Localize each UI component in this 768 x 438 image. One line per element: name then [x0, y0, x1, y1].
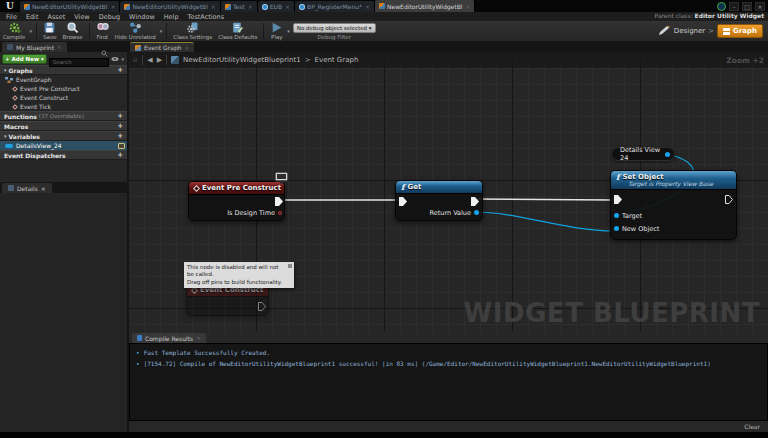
- exec-output-pin[interactable]: [471, 197, 479, 206]
- close-icon[interactable]: ×: [285, 3, 290, 10]
- section-functions[interactable]: Functions (37 Overridable) +: [0, 111, 127, 121]
- section-macros[interactable]: Macros +: [0, 121, 127, 131]
- exec-output-pin[interactable]: [258, 302, 266, 311]
- tree-item-eventgraph[interactable]: EventGraph: [0, 75, 127, 84]
- menu-edit[interactable]: Edit: [26, 13, 39, 21]
- chevron-down-icon[interactable]: ▾: [287, 28, 290, 34]
- expander-icon[interactable]: ▾: [4, 67, 7, 73]
- favorite-star-icon[interactable]: ☆: [132, 56, 138, 64]
- tree-item-event-tick[interactable]: Event Tick: [0, 102, 127, 111]
- instance-editable-eye-icon[interactable]: [118, 143, 125, 149]
- tab-details[interactable]: Details ×: [2, 183, 52, 193]
- designer-button[interactable]: Designer: [674, 27, 705, 35]
- breadcrumb-current[interactable]: Event Graph: [315, 56, 359, 64]
- asset-tab-5[interactable]: BP_RegisterMenu* ×: [295, 1, 375, 12]
- section-variables[interactable]: ▾ Variables +: [0, 131, 127, 141]
- new-object-input-pin[interactable]: [614, 226, 619, 231]
- unreal-logo-icon: U: [0, 0, 20, 12]
- section-event-dispatchers[interactable]: Event Dispatchers +: [0, 150, 127, 160]
- tree-item-event-construct[interactable]: Event Construct: [0, 93, 127, 102]
- compile-button[interactable]: Compile: [3, 21, 26, 40]
- find-button[interactable]: Find: [96, 21, 109, 40]
- tab-compile-results[interactable]: Compile Results ×: [132, 333, 206, 343]
- exec-input-pin[interactable]: [614, 195, 622, 204]
- asset-tab-active[interactable]: NewEditorUtilityWidgetBl ×: [375, 0, 475, 12]
- browse-button[interactable]: Browse: [63, 21, 83, 40]
- object-output-pin[interactable]: [665, 152, 670, 157]
- close-icon[interactable]: ×: [196, 335, 201, 341]
- chevron-down-icon[interactable]: ▾: [160, 28, 163, 34]
- exec-output-pin[interactable]: [725, 195, 733, 204]
- add-function-button[interactable]: +: [117, 112, 123, 120]
- add-variable-button[interactable]: +: [117, 132, 123, 140]
- close-icon[interactable]: ×: [110, 3, 115, 10]
- close-icon[interactable]: ×: [248, 3, 253, 10]
- exec-output-pin[interactable]: [275, 197, 283, 206]
- menu-debug[interactable]: Debug: [99, 13, 120, 21]
- class-settings-button[interactable]: Class Settings: [173, 21, 212, 40]
- expander-icon[interactable]: ▾: [4, 133, 7, 139]
- restore-button[interactable]: □: [742, 2, 752, 11]
- menubar: File Edit Asset View Debug Window Help T…: [0, 12, 768, 21]
- compile-log[interactable]: • Fast Template Successfully Created. • …: [129, 343, 768, 421]
- close-icon[interactable]: ×: [41, 185, 46, 192]
- bool-output-pin[interactable]: [278, 211, 282, 215]
- add-new-button[interactable]: + Add New ▾: [2, 54, 47, 64]
- debug-object-dropdown[interactable]: No debug object selected ▾: [293, 23, 376, 33]
- asset-tab-1[interactable]: NewEditorUtilityWidgetBl ×: [20, 1, 120, 12]
- tab-event-graph[interactable]: Event Graph ×: [130, 42, 194, 52]
- hide-unrelated-icon: [129, 21, 142, 34]
- compile-results-tab-bar: Compile Results ×: [129, 332, 768, 343]
- node-details-view-24[interactable]: Details View 24: [611, 147, 675, 161]
- blueprint-class-icon: [299, 4, 305, 10]
- view-options-button[interactable]: ▾: [111, 56, 125, 62]
- divider: [142, 55, 143, 65]
- close-icon[interactable]: ×: [185, 45, 190, 51]
- menu-file[interactable]: File: [6, 13, 17, 21]
- minimize-button[interactable]: –: [729, 2, 739, 11]
- parent-class-label: Parent class: Editor Utility Widget: [655, 12, 764, 19]
- parent-class-value[interactable]: Editor Utility Widget: [695, 12, 764, 19]
- add-macro-button[interactable]: +: [117, 122, 123, 130]
- save-button[interactable]: Save: [43, 21, 57, 40]
- back-icon[interactable]: ◀: [147, 56, 152, 64]
- help-icon[interactable]: [717, 2, 726, 11]
- breadcrumb-root[interactable]: NewEditorUtilityWidgetBlueprint1: [183, 56, 301, 64]
- target-input-pin[interactable]: [614, 213, 619, 218]
- close-icon[interactable]: ×: [465, 3, 470, 10]
- asset-tab-3[interactable]: Test ×: [221, 1, 258, 12]
- search-input[interactable]: [49, 58, 110, 67]
- close-window-button[interactable]: ×: [755, 2, 765, 11]
- close-icon[interactable]: ×: [365, 3, 370, 10]
- mode-switch: Designer > Graph: [659, 24, 763, 38]
- menu-asset[interactable]: Asset: [47, 13, 65, 21]
- play-button[interactable]: Play: [270, 21, 283, 40]
- menu-view[interactable]: View: [74, 13, 89, 21]
- add-graph-button[interactable]: +: [117, 66, 123, 74]
- menu-help[interactable]: Help: [164, 13, 179, 21]
- asset-tab-4[interactable]: EUB ×: [258, 1, 295, 12]
- search-wrap: [49, 49, 110, 68]
- graph-mode-icon: [723, 28, 730, 35]
- event-icon: [193, 184, 200, 191]
- forward-icon[interactable]: ▶: [157, 56, 162, 64]
- object-output-pin[interactable]: [474, 210, 479, 215]
- exec-input-pin[interactable]: [399, 197, 407, 206]
- node-set-object[interactable]: f Set Object Target is Property View Bas…: [610, 170, 737, 240]
- clear-button[interactable]: Clear: [744, 423, 760, 430]
- menu-testactions[interactable]: TestActions: [188, 13, 225, 21]
- class-defaults-button[interactable]: Class Defaults: [218, 21, 257, 40]
- add-dispatcher-button[interactable]: +: [117, 151, 123, 159]
- tree-item-variable-detailsview[interactable]: DetailsView_24: [0, 141, 127, 150]
- close-icon[interactable]: ×: [211, 3, 216, 10]
- asset-tab-2[interactable]: NewEditorUtilityWidgetBl ×: [120, 1, 220, 12]
- hide-unrelated-button[interactable]: Hide Unrelated: [115, 21, 156, 40]
- menu-window[interactable]: Window: [129, 13, 155, 21]
- chevron-down-icon[interactable]: ▾: [30, 28, 33, 34]
- widget-blueprint-icon: [24, 4, 30, 10]
- node-get[interactable]: f Get Return Value: [395, 180, 483, 221]
- node-event-pre-construct[interactable]: Event Pre Construct Is Design Time: [188, 181, 285, 221]
- tree-item-event-pre-construct[interactable]: Event Pre Construct: [0, 84, 127, 93]
- event-graph-canvas[interactable]: ☆ ◀ ▶ NewEditorUtilityWidgetBlueprint1 >…: [128, 52, 768, 332]
- graph-button[interactable]: Graph: [717, 24, 763, 38]
